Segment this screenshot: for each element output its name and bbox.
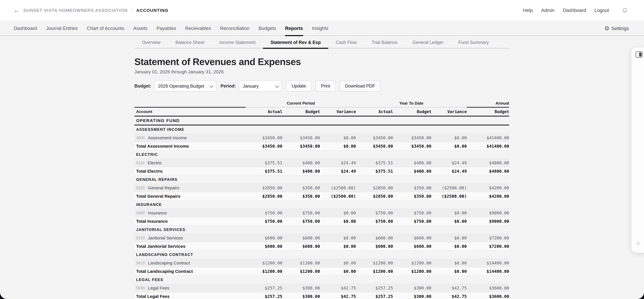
value-cell: $3450.00 bbox=[282, 134, 320, 142]
main-nav-items: DashboardJournal EntriesChart of Account… bbox=[14, 21, 328, 36]
column-header-budget-ytd: Budget bbox=[393, 108, 432, 116]
value-cell: $0.00 bbox=[432, 259, 467, 267]
group-header-current-period: Current Period bbox=[246, 100, 356, 108]
account-cell: 5220General Repairs bbox=[134, 184, 246, 192]
nav-item-payables[interactable]: Payables bbox=[156, 21, 176, 36]
account-name: Landscaping Contract bbox=[148, 260, 190, 265]
value-cell: $0.00 bbox=[432, 242, 467, 250]
value-cell: $3600.00 bbox=[467, 292, 509, 299]
value-cell: $0.00 bbox=[320, 142, 356, 150]
report-content: OverviewBalance SheetIncome StatementSta… bbox=[134, 36, 509, 299]
notification-bell-icon[interactable] bbox=[622, 7, 628, 14]
tab-overview[interactable]: Overview bbox=[134, 36, 168, 49]
column-header-actual-ytd: Actual bbox=[356, 108, 393, 116]
nav-item-journal-entries[interactable]: Journal Entries bbox=[46, 21, 78, 36]
table-group-header-row: Current Period Year To Date Annual bbox=[134, 100, 509, 108]
value-cell: $24.49 bbox=[432, 159, 467, 167]
section-header-row-electric: ELECTRIC bbox=[134, 151, 509, 159]
nav-item-chart-of-accounts[interactable]: Chart of Accounts bbox=[87, 21, 124, 36]
section-header-row-general-repairs: GENERAL REPAIRS bbox=[134, 176, 509, 184]
value-cell: $600.00 bbox=[356, 242, 393, 250]
value-cell: $14400.00 bbox=[467, 267, 509, 275]
value-cell: $7200.00 bbox=[467, 242, 509, 250]
tab-balance-sheet[interactable]: Balance Sheet bbox=[168, 36, 212, 49]
account-row-5110: 5110Electric$375.51$400.00$24.49$375.51$… bbox=[134, 159, 509, 167]
period-label: Period: bbox=[220, 84, 236, 89]
sidebar-toggle-icon[interactable] bbox=[636, 52, 642, 58]
total-row-electric: Total Electric$375.51$400.00$24.49$375.5… bbox=[134, 167, 509, 176]
breadcrumb-org[interactable]: SUNSET VISTA HOMEOWNERS ASSOCIATION bbox=[23, 8, 128, 13]
account-cell: 5110Electric bbox=[134, 159, 246, 167]
settings-button[interactable]: ⚙ Settings bbox=[604, 26, 629, 31]
value-cell: $3450.00 bbox=[356, 142, 393, 150]
value-cell: $1200.00 bbox=[356, 259, 393, 267]
top-link-admin[interactable]: Admin bbox=[541, 8, 554, 13]
gear-icon: ⚙ bbox=[604, 26, 610, 31]
account-code: 5300 bbox=[136, 211, 145, 215]
nav-item-dashboard[interactable]: Dashboard bbox=[14, 21, 37, 36]
tab-income-statement[interactable]: Income Statement bbox=[212, 36, 263, 49]
value-cell: $750.00 bbox=[356, 209, 393, 217]
section-name: JANITORIAL SERVICES bbox=[134, 226, 509, 234]
tab-fund-summary[interactable]: Fund Summary bbox=[451, 36, 496, 49]
value-cell: $375.51 bbox=[246, 167, 282, 175]
total-name: Total Janitorial Services bbox=[134, 242, 246, 250]
nav-item-budgets[interactable]: Budgets bbox=[258, 21, 276, 36]
section-name: LEGAL FEES bbox=[134, 276, 509, 284]
account-cell: 5030Legal Fees bbox=[134, 284, 246, 292]
period-select[interactable]: January bbox=[239, 81, 282, 92]
total-row-landscaping-contract: Total Landscaping Contract$1200.00$1200.… bbox=[134, 267, 509, 276]
value-cell: $3450.00 bbox=[393, 134, 432, 142]
value-cell: $0.00 bbox=[320, 234, 356, 242]
back-arrow-icon[interactable]: ← bbox=[14, 8, 20, 13]
total-name: Total Legal Fees bbox=[134, 292, 246, 299]
value-cell: $750.00 bbox=[282, 209, 320, 217]
print-button[interactable]: Print bbox=[316, 81, 336, 92]
download-pdf-button[interactable]: Download PDF bbox=[340, 81, 380, 92]
tab-statement-of-rev-exp[interactable]: Statement of Rev & Exp bbox=[263, 36, 328, 49]
nav-item-assets[interactable]: Assets bbox=[133, 21, 148, 36]
report-table: Current Period Year To Date Annual Accou… bbox=[134, 100, 509, 299]
nav-item-reports[interactable]: Reports bbox=[285, 21, 303, 36]
value-cell: $350.00 bbox=[282, 192, 320, 200]
section-name: ASSESSMENT INCOME bbox=[134, 125, 509, 134]
top-link-dashboard[interactable]: Dashboard bbox=[563, 8, 586, 13]
tab-general-ledger[interactable]: General Ledger bbox=[405, 36, 451, 49]
value-cell: $4800.00 bbox=[467, 159, 509, 167]
total-row-insurance: Total Insurance$750.00$750.00$0.00$750.0… bbox=[134, 217, 509, 226]
value-cell: $1200.00 bbox=[282, 259, 320, 267]
value-cell: $750.00 bbox=[246, 209, 282, 217]
value-cell: $4200.00 bbox=[467, 192, 509, 200]
total-name: Total General Repairs bbox=[134, 192, 246, 200]
value-cell: $750.00 bbox=[246, 217, 282, 225]
value-cell: $0.00 bbox=[320, 242, 356, 250]
section-name: INSURANCE bbox=[134, 201, 509, 209]
value-cell: $750.00 bbox=[393, 217, 432, 225]
value-cell: $375.51 bbox=[356, 167, 393, 175]
column-header-variance-ytd: Variance bbox=[432, 108, 467, 116]
section-name: ELECTRIC bbox=[134, 151, 509, 159]
value-cell: $600.00 bbox=[356, 234, 393, 242]
nav-item-reconciliation[interactable]: Reconciliation bbox=[220, 21, 250, 36]
value-cell: $1200.00 bbox=[246, 259, 282, 267]
update-button[interactable]: Update bbox=[286, 81, 312, 92]
account-row-5300: 5300Insurance$750.00$750.00$0.00$750.00$… bbox=[134, 209, 509, 217]
tab-cash-flow[interactable]: Cash Flow bbox=[328, 36, 364, 49]
page-title: Statement of Revenues and Expenses bbox=[134, 56, 509, 67]
value-cell: $0.00 bbox=[320, 217, 356, 225]
budget-select[interactable]: 2026 Operating Budget (2026) bbox=[154, 81, 216, 92]
value-cell: $0.00 bbox=[432, 142, 467, 150]
nav-item-receivables[interactable]: Receivables bbox=[185, 21, 211, 36]
value-cell: ($2500.00) bbox=[432, 184, 467, 192]
side-panel: × bbox=[631, 48, 644, 253]
value-cell: $400.00 bbox=[393, 167, 432, 175]
breadcrumb-separator: / bbox=[131, 8, 132, 13]
value-cell: $400.00 bbox=[393, 159, 432, 167]
top-link-help[interactable]: Help bbox=[523, 8, 533, 13]
top-link-logout[interactable]: Logout bbox=[594, 8, 609, 13]
close-icon[interactable]: × bbox=[636, 240, 640, 247]
account-code: 5220 bbox=[136, 186, 145, 190]
tab-trial-balance[interactable]: Trial Balance bbox=[364, 36, 405, 49]
nav-item-insights[interactable]: Insights bbox=[312, 21, 328, 36]
value-cell: $600.00 bbox=[393, 242, 432, 250]
